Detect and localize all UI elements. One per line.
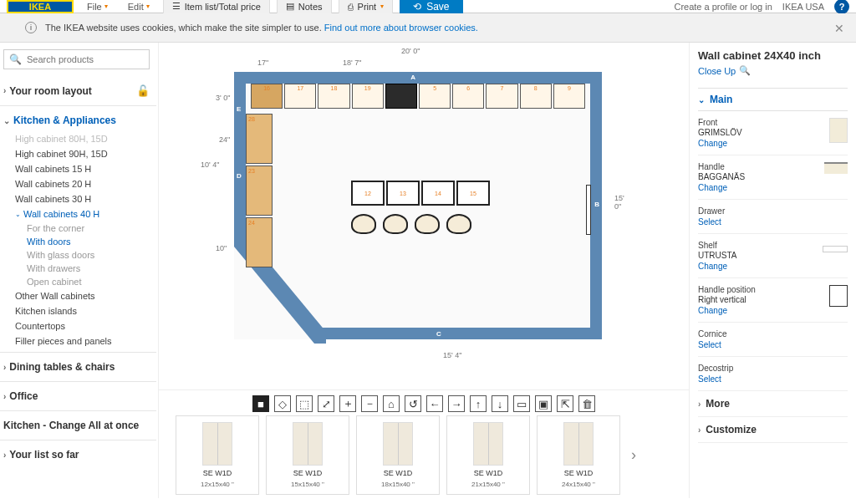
create-profile-link[interactable]: Create a profile or log in bbox=[674, 2, 772, 12]
close-icon[interactable]: ✕ bbox=[834, 22, 844, 35]
arrow-up-icon[interactable]: ↑ bbox=[470, 395, 487, 412]
product-card[interactable]: SE W1D18x15x40 " bbox=[356, 415, 440, 495]
change-link[interactable]: Change bbox=[698, 262, 823, 271]
side-item[interactable]: Wall cabinets 20 H bbox=[15, 176, 153, 191]
select-link[interactable]: Select bbox=[698, 374, 848, 384]
chevron-down-icon: ⌄ bbox=[15, 211, 21, 218]
chevron-right-icon: › bbox=[3, 451, 6, 460]
change-link[interactable]: Change bbox=[698, 306, 829, 315]
zoom-fit-icon[interactable]: ⤢ bbox=[318, 395, 334, 412]
side-item[interactable]: Countertops bbox=[15, 318, 153, 333]
product-card[interactable]: SE W1D21x15x40 " bbox=[446, 415, 530, 495]
side-item[interactable]: Other Wall cabinets bbox=[15, 288, 153, 303]
section-list-so-far[interactable]: ›Your list so far bbox=[0, 444, 153, 466]
product-card[interactable]: SE W1D15x15x40 " bbox=[266, 415, 349, 495]
side-subitem[interactable]: For the corner bbox=[15, 221, 153, 235]
side-subitem[interactable]: With glass doors bbox=[15, 248, 153, 262]
home-icon[interactable]: ⌂ bbox=[383, 395, 400, 412]
cabinet[interactable]: 17 bbox=[284, 84, 316, 109]
chevron-right-icon: › bbox=[698, 425, 701, 435]
cabinet[interactable]: 8 bbox=[520, 84, 552, 109]
link-icon: ⟲ bbox=[413, 1, 421, 13]
arrow-left-icon[interactable]: ← bbox=[426, 395, 443, 412]
closeup-link[interactable]: Close Up 🔍 bbox=[698, 65, 848, 76]
cabinet-selected[interactable]: 28 bbox=[246, 114, 273, 164]
side-subitem[interactable]: With drawers bbox=[15, 262, 153, 275]
zoom-in-icon[interactable]: ＋ bbox=[339, 395, 356, 412]
side-item[interactable]: High cabinet 80H, 15D bbox=[15, 131, 153, 146]
cookie-link[interactable]: Find out more about browser cookies. bbox=[324, 23, 478, 33]
arrow-right-icon[interactable]: → bbox=[448, 395, 465, 412]
door[interactable] bbox=[586, 185, 591, 235]
side-item[interactable]: Filler pieces and panels bbox=[15, 333, 153, 349]
cabinet[interactable]: 6 bbox=[452, 84, 484, 109]
cabinet[interactable]: 19 bbox=[352, 84, 384, 109]
camera-icon[interactable]: ▣ bbox=[535, 395, 552, 412]
cookie-banner: i The IKEA website uses cookies, which m… bbox=[0, 13, 856, 43]
view-toolbar: ■ ◇ ⬚ ⤢ ＋ － ⌂ ↺ ← → ↑ ↓ ▭ ▣ ⇱ 🗑 bbox=[159, 389, 689, 415]
cabinet[interactable]: 23 bbox=[246, 165, 273, 216]
rp-item-front: FrontGRIMSLÖVChange bbox=[698, 111, 848, 155]
chevron-right-icon: › bbox=[3, 392, 6, 401]
strip-next-icon[interactable]: › bbox=[627, 439, 640, 472]
side-subitem[interactable]: Open cabinet bbox=[15, 275, 153, 288]
floorplan-canvas[interactable]: 20' 0" 17" 18' 7" 3' 0" 24" 10' 4" 10" 1… bbox=[176, 48, 672, 389]
island-unit[interactable]: 15 bbox=[456, 181, 490, 206]
product-card[interactable]: SE W1D24x15x40 " bbox=[537, 415, 620, 495]
file-menu[interactable]: File▾ bbox=[80, 0, 115, 15]
cabinet[interactable]: 24 bbox=[246, 217, 273, 267]
rp-section-customize[interactable]: ›Customize bbox=[698, 417, 848, 443]
product-card[interactable]: SE W1D12x15x40 " bbox=[176, 415, 259, 495]
stool[interactable] bbox=[415, 214, 440, 234]
section-kitchen-appliances[interactable]: ⌄ Kitchen & Appliances bbox=[0, 109, 153, 131]
side-item[interactable]: High cabinet 90H, 15D bbox=[15, 146, 153, 161]
island-unit[interactable]: 12 bbox=[351, 181, 385, 206]
section-dining[interactable]: ›Dining tables & chairs bbox=[0, 356, 153, 378]
cabinet[interactable]: 9 bbox=[553, 84, 585, 109]
cabinet[interactable]: 18 bbox=[318, 84, 349, 109]
section-change-all[interactable]: Kitchen - Change All at once bbox=[0, 415, 153, 436]
side-item[interactable]: Kitchen islands bbox=[15, 303, 153, 318]
trash-icon[interactable]: 🗑 bbox=[578, 395, 595, 412]
ruler-icon[interactable]: ▭ bbox=[513, 395, 530, 412]
country-link[interactable]: IKEA USA bbox=[782, 2, 824, 12]
edit-menu[interactable]: Edit▾ bbox=[121, 0, 156, 15]
rp-section-main[interactable]: ⌄Main bbox=[698, 88, 848, 111]
cabinet-appliance[interactable] bbox=[385, 84, 417, 109]
chevron-right-icon: › bbox=[3, 363, 6, 372]
undo-icon[interactable]: ↺ bbox=[405, 395, 421, 412]
rp-item-handle-pos: Handle positionRight verticalChange bbox=[698, 278, 848, 323]
section-your-room-layout[interactable]: › Your room layout 🔓 bbox=[0, 79, 153, 102]
change-link[interactable]: Change bbox=[698, 183, 824, 192]
handle-swatch-icon bbox=[824, 162, 848, 174]
arrow-down-icon[interactable]: ↓ bbox=[492, 395, 508, 412]
ikea-logo[interactable]: IKEA bbox=[7, 0, 74, 13]
change-link[interactable]: Change bbox=[698, 139, 829, 148]
stool[interactable] bbox=[383, 214, 408, 234]
side-item[interactable]: Wall cabinets 15 H bbox=[15, 161, 153, 176]
dim-top-a: 17" bbox=[257, 59, 268, 67]
side-subitem-with-doors[interactable]: With doors bbox=[15, 235, 153, 248]
select-link[interactable]: Select bbox=[698, 217, 848, 227]
zoom-out-icon[interactable]: － bbox=[361, 395, 378, 412]
cabinet[interactable]: 7 bbox=[486, 84, 517, 109]
view-2d-icon[interactable]: ■ bbox=[252, 395, 269, 412]
search-wrap[interactable]: 🔍 bbox=[3, 49, 150, 69]
island-unit[interactable]: 13 bbox=[386, 181, 420, 206]
side-item[interactable]: Wall cabinets 30 H bbox=[15, 191, 153, 206]
section-office[interactable]: ›Office bbox=[0, 385, 153, 407]
chevron-down-icon: ▾ bbox=[146, 3, 150, 10]
stool[interactable] bbox=[351, 214, 376, 234]
island-unit[interactable]: 14 bbox=[421, 181, 455, 206]
side-item-wall-40[interactable]: ⌄Wall cabinets 40 H bbox=[15, 206, 153, 221]
view-3d-icon[interactable]: ◇ bbox=[274, 395, 291, 412]
view-cube-icon[interactable]: ⬚ bbox=[296, 395, 313, 412]
cabinet[interactable]: 5 bbox=[419, 84, 451, 109]
cabinet[interactable]: 16 bbox=[251, 84, 283, 109]
stool[interactable] bbox=[446, 214, 471, 234]
help-icon[interactable]: ? bbox=[834, 0, 849, 14]
select-link[interactable]: Select bbox=[698, 340, 848, 349]
rp-section-more[interactable]: ›More bbox=[698, 391, 848, 417]
export-icon[interactable]: ⇱ bbox=[557, 395, 573, 412]
search-input[interactable] bbox=[27, 54, 144, 64]
